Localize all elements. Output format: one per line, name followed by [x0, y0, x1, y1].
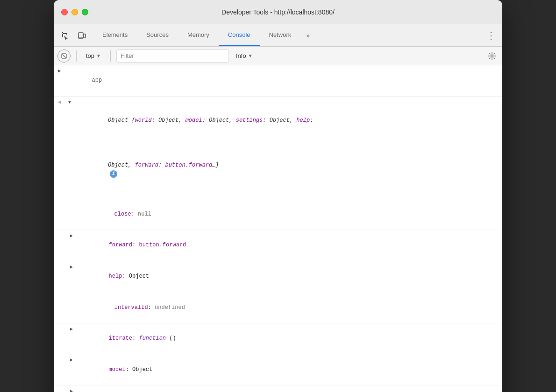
separator2 [110, 50, 111, 62]
prop-gutter3 [56, 262, 67, 263]
prop-help-content: help: Object [76, 262, 502, 291]
prop-gutter6 [56, 355, 67, 356]
prop-close-content: close: null [76, 200, 502, 229]
svg-line-5 [62, 54, 66, 58]
tab-memory[interactable]: Memory [178, 24, 219, 46]
prop-help-value: Object [129, 273, 149, 280]
prop-settings-toggle[interactable]: ▶ [67, 386, 76, 392]
tab-sources[interactable]: Sources [137, 24, 178, 46]
filter-input[interactable] [116, 49, 228, 63]
prop-gutter2 [56, 231, 67, 232]
prop-gutter7 [56, 386, 67, 387]
prop-forward-content: forward: button.forward [76, 231, 502, 260]
level-dropdown-arrow: ▼ [248, 53, 253, 58]
close-button[interactable] [61, 9, 68, 15]
window-title: Developer Tools - http://localhost:8080/ [221, 8, 335, 16]
app-label-text: app [92, 77, 102, 84]
tab-bar: Elements Sources Memory Console Network … [93, 24, 482, 46]
prop-iterate-content: iterate: function () [76, 324, 502, 353]
object-summary-text: Object {world: Object, model: Object, se… [74, 117, 313, 133]
prop-close-value: null [138, 211, 151, 217]
object-summary-row[interactable]: ◀ ▼ Object {world: Object, model: Object… [54, 97, 502, 199]
settings-button[interactable] [485, 49, 499, 63]
prop-iterate-key: iterate [109, 335, 132, 342]
prop-iterate-value: function [139, 335, 169, 342]
prop-forward[interactable]: ▶ forward: button.forward [54, 230, 502, 261]
device-button[interactable] [74, 28, 89, 43]
toolbar: Elements Sources Memory Console Network … [54, 24, 502, 47]
svg-rect-1 [84, 34, 86, 38]
more-tabs-button[interactable]: » [300, 24, 315, 46]
prop-forward-value: button.forward [139, 242, 186, 248]
prop-gutter5 [56, 324, 67, 325]
prop-intervalid-content: intervalId: undefined [76, 293, 502, 322]
prop-gutter [56, 200, 67, 201]
prop-help[interactable]: ▶ help: Object [54, 261, 502, 293]
prop-help-toggle[interactable]: ▶ [67, 262, 76, 271]
inspect-button[interactable] [57, 28, 72, 43]
prop-forward-key: forward [109, 242, 132, 248]
tab-console[interactable]: Console [219, 24, 260, 46]
titlebar: Developer Tools - http://localhost:8080/ [54, 0, 502, 24]
prop-settings-content: settings: Object [76, 386, 502, 392]
tab-elements[interactable]: Elements [93, 24, 137, 46]
tab-network[interactable]: Network [260, 24, 301, 46]
app-label-content: app [65, 66, 502, 95]
back-arrow: ◀ [54, 98, 65, 107]
prop-close-key: close [114, 211, 131, 217]
prop-iterate[interactable]: ▶ iterate: function () [54, 323, 502, 355]
devtools-window: Developer Tools - http://localhost:8080/ [54, 0, 502, 392]
traffic-lights [61, 9, 88, 15]
prop-forward-toggle[interactable]: ▶ [67, 231, 76, 240]
svg-point-6 [491, 55, 493, 57]
toolbar-icons [57, 28, 89, 43]
level-selector[interactable]: Info ▼ [232, 50, 257, 61]
separator [76, 50, 77, 62]
prop-settings[interactable]: ▶ settings: Object [54, 385, 502, 392]
prop-model-value: Object [132, 366, 152, 373]
prop-intervalid-value: undefined [155, 304, 185, 311]
toolbar-more-button[interactable]: ⋮ [484, 28, 499, 43]
app-row: ▶ app [54, 65, 502, 97]
prop-gutter4 [56, 293, 67, 294]
prop-model[interactable]: ▶ model: Object [54, 354, 502, 385]
context-label: top [86, 52, 94, 59]
expand-toggle[interactable]: ▼ [65, 98, 74, 106]
prop-model-content: model: Object [76, 355, 502, 384]
console-output: ▶ app ◀ ▼ Object {world: Object, model: … [54, 65, 502, 392]
maximize-button[interactable] [82, 9, 88, 15]
context-dropdown-arrow: ▼ [96, 53, 101, 58]
prop-intervalid-key: intervalId [114, 304, 148, 311]
context-selector[interactable]: top ▼ [82, 50, 105, 61]
object-summary: Object {world: Object, model: Object, se… [74, 98, 502, 198]
object-summary-line2: Object, forward: button.forward…} i [74, 153, 219, 187]
console-bar: top ▼ Info ▼ [54, 47, 502, 65]
prop-help-key: help [109, 273, 122, 280]
row-gutter: ▶ [54, 66, 65, 76]
prop-model-key: model [109, 366, 126, 373]
prop-intervalid: intervalId: undefined [54, 292, 502, 323]
prop-iterate-toggle[interactable]: ▶ [67, 324, 76, 333]
clear-console-button[interactable] [57, 49, 71, 63]
minimize-button[interactable] [71, 9, 78, 15]
svg-point-3 [80, 37, 81, 38]
prop-close: close: null [54, 199, 502, 231]
info-badge[interactable]: i [110, 170, 117, 178]
level-label: Info [236, 52, 246, 59]
prop-model-toggle[interactable]: ▶ [67, 355, 76, 364]
